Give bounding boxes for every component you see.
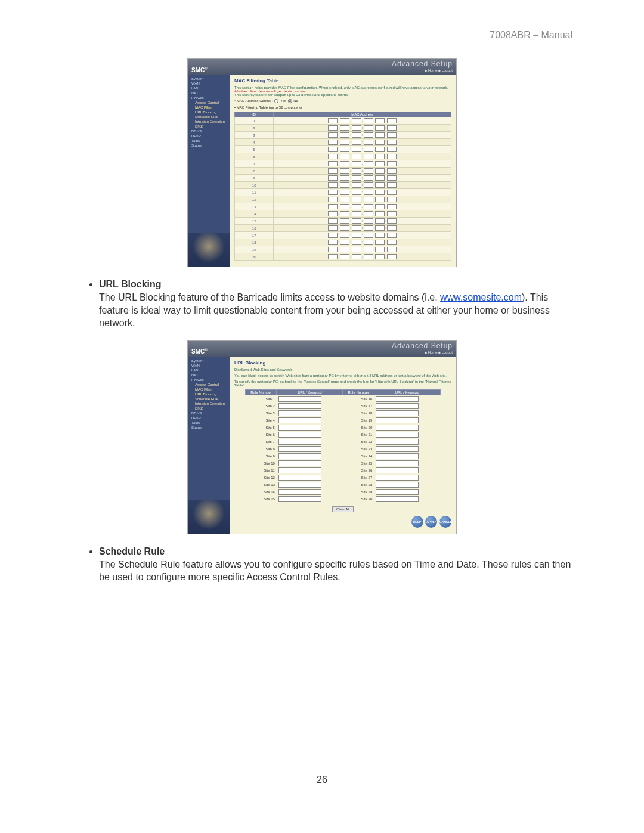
mac-octet-input[interactable] xyxy=(364,190,373,195)
mac-octet-input[interactable] xyxy=(328,211,338,216)
sidebar-item[interactable]: NAT xyxy=(189,91,228,95)
sidebar-item[interactable]: MAC Filter xyxy=(189,105,228,110)
sidebar-item[interactable]: Schedule Rule xyxy=(189,397,228,401)
url-keyword-input[interactable] xyxy=(376,417,419,423)
mac-octet-input[interactable] xyxy=(375,211,385,216)
mac-octet-input[interactable] xyxy=(375,254,385,259)
url-keyword-input[interactable] xyxy=(376,460,419,466)
mac-octet-input[interactable] xyxy=(328,161,338,166)
mac-octet-input[interactable] xyxy=(387,197,397,202)
url-keyword-input[interactable] xyxy=(376,482,419,488)
mac-octet-input[interactable] xyxy=(352,225,361,231)
url-keyword-input[interactable] xyxy=(278,439,321,445)
url-keyword-input[interactable] xyxy=(376,432,419,438)
mac-octet-input[interactable] xyxy=(375,182,385,188)
mac-octet-input[interactable] xyxy=(328,233,338,238)
mac-octet-input[interactable] xyxy=(352,147,361,152)
mac-octet-input[interactable] xyxy=(375,240,385,245)
mac-octet-input[interactable] xyxy=(364,154,373,159)
mac-octet-input[interactable] xyxy=(352,240,361,245)
mac-octet-input[interactable] xyxy=(328,204,338,209)
mac-octet-input[interactable] xyxy=(328,254,338,259)
url-keyword-input[interactable] xyxy=(278,396,321,402)
mac-octet-input[interactable] xyxy=(340,247,349,252)
sidebar-item[interactable]: UPnP xyxy=(189,416,228,420)
sidebar-item[interactable]: LAN xyxy=(189,86,228,91)
mac-octet-input[interactable] xyxy=(352,197,361,202)
mac-octet-input[interactable] xyxy=(375,140,385,145)
mac-octet-input[interactable] xyxy=(352,204,361,209)
mac-octet-input[interactable] xyxy=(387,161,397,166)
sidebar-item[interactable]: Schedule Rule xyxy=(189,114,228,119)
mac-octet-input[interactable] xyxy=(328,118,338,123)
mac-octet-input[interactable] xyxy=(387,254,397,259)
url-keyword-input[interactable] xyxy=(278,467,321,473)
url-keyword-input[interactable] xyxy=(376,467,419,473)
mac-octet-input[interactable] xyxy=(328,182,338,188)
mac-octet-input[interactable] xyxy=(364,197,373,202)
mac-octet-input[interactable] xyxy=(387,225,397,231)
sidebar-item[interactable]: System xyxy=(189,358,228,363)
mac-octet-input[interactable] xyxy=(387,132,397,138)
mac-octet-input[interactable] xyxy=(364,132,373,138)
mac-octet-input[interactable] xyxy=(375,225,385,231)
mac-octet-input[interactable] xyxy=(364,233,373,238)
mac-octet-input[interactable] xyxy=(387,182,397,188)
url-keyword-input[interactable] xyxy=(376,410,419,416)
mac-octet-input[interactable] xyxy=(387,154,397,159)
mac-octet-input[interactable] xyxy=(328,247,338,252)
url-keyword-input[interactable] xyxy=(278,410,321,416)
url-keyword-input[interactable] xyxy=(278,453,321,459)
mac-octet-input[interactable] xyxy=(352,154,361,159)
url-keyword-input[interactable] xyxy=(278,489,321,495)
mac-octet-input[interactable] xyxy=(364,147,373,152)
mac-octet-input[interactable] xyxy=(340,225,349,231)
mac-octet-input[interactable] xyxy=(375,204,385,209)
mac-octet-input[interactable] xyxy=(352,247,361,252)
mac-octet-input[interactable] xyxy=(375,218,385,224)
sidebar-item[interactable]: Firewall xyxy=(189,377,228,382)
mac-octet-input[interactable] xyxy=(387,190,397,195)
mac-octet-input[interactable] xyxy=(364,182,373,188)
mac-octet-input[interactable] xyxy=(387,247,397,252)
mac-octet-input[interactable] xyxy=(328,197,338,202)
mac-octet-input[interactable] xyxy=(375,125,385,131)
mac-octet-input[interactable] xyxy=(340,197,349,202)
radio-yes[interactable] xyxy=(274,99,278,103)
mac-octet-input[interactable] xyxy=(375,154,385,159)
mac-octet-input[interactable] xyxy=(375,147,385,152)
mac-octet-input[interactable] xyxy=(352,175,361,181)
mac-octet-input[interactable] xyxy=(328,240,338,245)
cancel-button[interactable]: CANCEL xyxy=(439,516,451,528)
mac-octet-input[interactable] xyxy=(364,204,373,209)
mac-octet-input[interactable] xyxy=(364,218,373,224)
sidebar-item[interactable]: Firewall xyxy=(189,95,228,100)
sidebar-item[interactable]: NAT xyxy=(189,373,228,377)
sidebar-item[interactable]: URL Blocking xyxy=(189,392,228,397)
help-button[interactable]: HELP xyxy=(411,516,423,528)
mac-octet-input[interactable] xyxy=(340,240,349,245)
mac-octet-input[interactable] xyxy=(328,125,338,131)
mac-octet-input[interactable] xyxy=(352,168,361,174)
url-keyword-input[interactable] xyxy=(376,396,419,402)
url-keyword-input[interactable] xyxy=(278,417,321,423)
mac-octet-input[interactable] xyxy=(328,225,338,231)
mac-octet-input[interactable] xyxy=(375,161,385,166)
url-keyword-input[interactable] xyxy=(278,425,321,431)
mac-octet-input[interactable] xyxy=(387,125,397,131)
sidebar-item[interactable]: Access Control xyxy=(189,382,228,387)
mac-octet-input[interactable] xyxy=(340,125,349,131)
mac-octet-input[interactable] xyxy=(375,233,385,238)
mac-octet-input[interactable] xyxy=(340,190,349,195)
sidebar-item[interactable]: Intrusion Detection xyxy=(189,119,228,124)
mac-octet-input[interactable] xyxy=(340,132,349,138)
sidebar-item[interactable]: URL Blocking xyxy=(189,110,228,114)
apply-button[interactable]: APPLY xyxy=(425,516,437,528)
mac-octet-input[interactable] xyxy=(364,118,373,123)
mac-octet-input[interactable] xyxy=(340,118,349,123)
sidebar-item[interactable]: DMZ xyxy=(189,124,228,129)
sidebar-item[interactable]: WAN xyxy=(189,363,228,368)
mac-octet-input[interactable] xyxy=(340,168,349,174)
mac-octet-input[interactable] xyxy=(375,190,385,195)
mac-octet-input[interactable] xyxy=(328,132,338,138)
